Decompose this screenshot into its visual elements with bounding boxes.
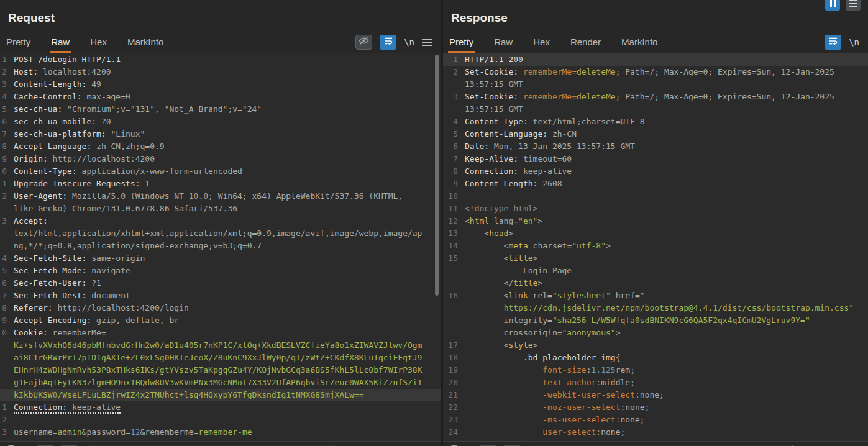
- code-line[interactable]: EHnrH4zWDHgNmRvh53P8xTHks6IKs/gtYVszv5Ta…: [0, 364, 441, 376]
- code-line[interactable]: 6Date: Mon, 13 Jan 2025 13:57:15 GMT: [443, 140, 868, 153]
- request-panel-title: Request: [0, 0, 441, 31]
- editor-menu-icon[interactable]: [422, 39, 432, 46]
- response-editor[interactable]: 1HTTP/1.1 2002Set-Cookie: rememberMe=del…: [443, 53, 868, 441]
- wrap-lines-button[interactable]: [825, 35, 841, 50]
- code-line[interactable]: Kz+sfvXVxhQ6d46pbMfnbvdGrHn2w0/aD1u405r7…: [0, 339, 441, 352]
- code-line[interactable]: Login Page: [443, 265, 868, 277]
- code-line[interactable]: 21 -webkit-user-select:none;: [443, 389, 868, 401]
- code-line[interactable]: 15 <title>: [443, 252, 868, 265]
- code-line[interactable]: 18 .bd-placeholder-img{: [443, 352, 868, 364]
- code-line[interactable]: 7sec-ch-ua-platform: "Linux": [0, 128, 441, 140]
- code-line[interactable]: https://cdn.jsdelivr.net/npm/bootstrap@4…: [443, 302, 868, 314]
- code-line[interactable]: 3Content-Length: 49: [0, 78, 441, 91]
- line-number: [443, 314, 460, 327]
- line-text: Sec-Fetch-User: ?1: [9, 277, 441, 289]
- code-line[interactable]: 1Upgrade-Insecure-Requests: 1: [0, 178, 441, 190]
- line-text: sec-ch-ua-mobile: ?0: [9, 116, 441, 128]
- line-text: Content-Language: zh-CN: [460, 128, 868, 140]
- code-line[interactable]: 7Sec-Fetch-Dest: document: [0, 289, 441, 302]
- code-line[interactable]: 20 text-anchor:middle;: [443, 376, 868, 389]
- code-line[interactable]: 19 font-size:1.125rem;: [443, 364, 868, 376]
- code-line[interactable]: 0Cookie: rememberMe=: [0, 327, 441, 339]
- panel-divider[interactable]: [441, 0, 443, 446]
- code-line[interactable]: 5sec-ch-ua: "Chromium";v="131", "Not_A B…: [0, 103, 441, 116]
- scrollbar-thumb[interactable]: [435, 55, 439, 296]
- code-line[interactable]: 7Keep-Alive: timeout=60: [443, 153, 868, 165]
- line-text: ng,*/*;q=0.8,application/signed-exchange…: [9, 240, 441, 252]
- tab-raw[interactable]: Raw: [50, 31, 71, 53]
- newline-toggle[interactable]: \n: [849, 37, 859, 47]
- eye-off-button[interactable]: [355, 35, 372, 50]
- code-line[interactable]: 4Cache-Control: max-age=0: [0, 91, 441, 103]
- line-number: 10: [443, 190, 460, 203]
- code-line[interactable]: 3Set-Cookie: rememberMe=deleteMe; Path=/…: [443, 91, 868, 103]
- code-line[interactable]: 8Connection: keep-alive: [443, 165, 868, 178]
- line-text: sec-ch-ua-platform: "Linux": [9, 128, 441, 140]
- tab-markinfo[interactable]: MarkInfo: [126, 31, 165, 53]
- line-text: g1EajbAqIEytKN3zlgmHO9nx1BQdw8UV3wKVmPNx…: [9, 376, 441, 389]
- code-line[interactable]: 17 <style>: [443, 339, 868, 352]
- line-text: Content-Length: 2608: [460, 178, 868, 190]
- code-line[interactable]: 1POST /doLogin HTTP/1.1: [0, 53, 441, 66]
- code-line[interactable]: 4Sec-Fetch-Site: same-origin: [0, 252, 441, 265]
- code-line[interactable]: 6sec-ch-ua-mobile: ?0: [0, 116, 441, 128]
- code-line[interactable]: 3Accept:: [0, 215, 441, 227]
- newline-toggle[interactable]: \n: [404, 37, 414, 47]
- code-line[interactable]: 24 user-select:none;: [443, 426, 868, 439]
- line-text: </title>: [460, 277, 868, 289]
- code-line[interactable]: ai8C1rGRWrPrI7pTD1gAX1e+ZL0xLSg0HKTeJcoX…: [0, 352, 441, 364]
- code-line[interactable]: 8Referer: http://localhost:4200/login: [0, 302, 441, 314]
- tab-raw[interactable]: Raw: [493, 31, 514, 53]
- code-line[interactable]: 5Content-Language: zh-CN: [443, 128, 868, 140]
- code-line[interactable]: 1Connection: keep-alive: [0, 401, 441, 414]
- code-line[interactable]: 2Set-Cookie: rememberMe=deleteMe; Path=/…: [443, 66, 868, 78]
- code-line[interactable]: text/html,application/xhtml+xml,applicat…: [0, 227, 441, 240]
- tab-pretty[interactable]: Pretty: [5, 31, 32, 53]
- code-line[interactable]: 8Accept-Language: zh-CN,zh;q=0.9: [0, 140, 441, 153]
- line-number: 8: [0, 140, 9, 153]
- code-line[interactable]: 5Sec-Fetch-Mode: navigate: [0, 265, 441, 277]
- code-line[interactable]: 9Content-Length: 2608: [443, 178, 868, 190]
- code-line[interactable]: 2Host: localhost:4200: [0, 66, 441, 78]
- line-number: 24: [443, 426, 460, 439]
- request-editor[interactable]: 1POST /doLogin HTTP/1.12Host: localhost:…: [0, 53, 441, 441]
- code-line[interactable]: crossorigin="anonymous">: [443, 327, 868, 339]
- line-text: POST /doLogin HTTP/1.1: [9, 53, 441, 66]
- code-line[interactable]: 13:57:15 GMT: [443, 78, 868, 91]
- code-line[interactable]: 4Content-Type: text/html;charset=UTF-8: [443, 116, 868, 128]
- pause-button[interactable]: [825, 0, 840, 11]
- code-line[interactable]: 1HTTP/1.1 200: [443, 53, 868, 66]
- code-line[interactable]: 9Origin: http://localhost:4200: [0, 153, 441, 165]
- code-line[interactable]: 6Sec-Fetch-User: ?1: [0, 277, 441, 289]
- tab-pretty[interactable]: Pretty: [448, 31, 475, 53]
- wrap-lines-button[interactable]: [380, 35, 396, 50]
- code-line[interactable]: 12<html lang="en">: [443, 215, 868, 227]
- code-line[interactable]: 10: [443, 190, 868, 203]
- tab-markinfo[interactable]: MarkInfo: [620, 31, 659, 53]
- code-line[interactable]: 14 <meta charset="utf-8">: [443, 240, 868, 252]
- code-line[interactable]: integrity="sha256-L/W5Wfqfa0sdBNIKN9cG6Q…: [443, 314, 868, 327]
- window-menu-button[interactable]: [846, 0, 861, 11]
- code-line[interactable]: 11<!doctype html>: [443, 203, 868, 215]
- code-line[interactable]: 3username=admin&password=12&rememberme=r…: [0, 426, 441, 439]
- code-line[interactable]: 13 <head>: [443, 227, 868, 240]
- code-line[interactable]: kIkbUKSW0/WseLFLuLBZjrwIZ4x2TMUhct+lsq4H…: [0, 389, 441, 401]
- code-line[interactable]: 23 -ms-user-select:none;: [443, 414, 868, 426]
- code-line[interactable]: 2: [0, 414, 441, 426]
- line-text: [460, 190, 868, 203]
- code-line[interactable]: 13:57:15 GMT: [443, 103, 868, 116]
- code-line[interactable]: 22 -moz-user-select:none;: [443, 401, 868, 414]
- code-line[interactable]: 2User-Agent: Mozilla/5.0 (Windows NT 10.…: [0, 190, 441, 203]
- code-line[interactable]: </title>: [443, 277, 868, 289]
- code-line[interactable]: 16 <link rel="stylesheet" href=": [443, 289, 868, 302]
- tab-hex[interactable]: Hex: [89, 31, 108, 53]
- line-text: Set-Cookie: rememberMe=deleteMe; Path=/;…: [460, 91, 868, 103]
- code-line[interactable]: ng,*/*;q=0.8,application/signed-exchange…: [0, 240, 441, 252]
- tab-hex[interactable]: Hex: [532, 31, 551, 53]
- tab-render[interactable]: Render: [569, 31, 602, 53]
- code-line[interactable]: 0Content-Type: application/x-www-form-ur…: [0, 165, 441, 178]
- line-text: EHnrH4zWDHgNmRvh53P8xTHks6IKs/gtYVszv5Ta…: [9, 364, 441, 376]
- code-line[interactable]: g1EajbAqIEytKN3zlgmHO9nx1BQdw8UV3wKVmPNx…: [0, 376, 441, 389]
- code-line[interactable]: 9Accept-Encoding: gzip, deflate, br: [0, 314, 441, 327]
- code-line[interactable]: like Gecko) Chrome/131.0.6778.86 Safari/…: [0, 203, 441, 215]
